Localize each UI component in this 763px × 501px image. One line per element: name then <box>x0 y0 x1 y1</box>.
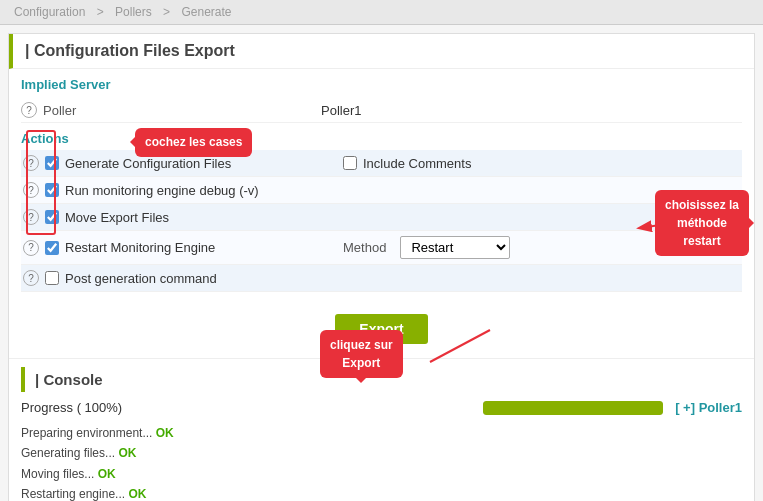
restart-checkbox[interactable] <box>45 241 59 255</box>
log-ok-3: OK <box>98 467 116 481</box>
implied-server-section: Implied Server ? Poller Poller1 Actions … <box>9 69 754 300</box>
move-export-checkbox[interactable] <box>45 210 59 224</box>
gen-config-help-icon[interactable]: ? <box>23 155 39 171</box>
console-logs: Preparing environment... OK Generating f… <box>21 423 742 501</box>
log-text-3: Moving files... <box>21 467 98 481</box>
action-row-restart: ? Restart Monitoring Engine Method Resta… <box>21 231 742 265</box>
method-label: Method <box>343 240 386 255</box>
log-ok-4: OK <box>128 487 146 501</box>
action-left-restart: ? Restart Monitoring Engine <box>23 240 343 256</box>
action-left-post-gen: ? Post generation command <box>23 270 343 286</box>
progress-bar-fill <box>483 401 663 415</box>
log-row-2: Generating files... OK <box>21 443 742 463</box>
page-title: | Configuration Files Export <box>9 34 754 69</box>
restart-label: Restart Monitoring Engine <box>65 240 215 255</box>
breadcrumb-config[interactable]: Configuration <box>14 5 85 19</box>
poller-link[interactable]: [ +] Poller1 <box>675 400 742 415</box>
log-row-3: Moving files... OK <box>21 464 742 484</box>
action-right-restart: Method Restart Reload None <box>343 236 510 259</box>
post-gen-help-icon[interactable]: ? <box>23 270 39 286</box>
export-section: Export <box>9 300 754 358</box>
log-ok-1: OK <box>156 426 174 440</box>
poller-label: Poller <box>43 103 76 118</box>
console-section: | Console Progress ( 100%) [ +] Poller1 … <box>9 358 754 501</box>
progress-label: Progress ( 100%) <box>21 400 122 415</box>
action-left-gen-config: ? Generate Configuration Files <box>23 155 343 171</box>
poller-value: Poller1 <box>321 103 361 118</box>
page-wrapper: Configuration > Pollers > Generate | Con… <box>0 0 763 501</box>
breadcrumb-sep1: > <box>97 5 107 19</box>
action-left-run-debug: ? Run monitoring engine debug (-v) <box>23 182 343 198</box>
progress-row: Progress ( 100%) [ +] Poller1 <box>21 400 742 415</box>
actions-label: Actions <box>21 131 742 146</box>
include-comments-area: Include Comments <box>343 156 471 171</box>
breadcrumb-generate: Generate <box>181 5 231 19</box>
export-button[interactable]: Export <box>335 314 427 344</box>
action-row-run-debug: ? Run monitoring engine debug (-v) <box>21 177 742 204</box>
gen-config-label: Generate Configuration Files <box>65 156 231 171</box>
gen-config-checkbox[interactable] <box>45 156 59 170</box>
method-select[interactable]: Restart Reload None <box>400 236 510 259</box>
action-row-move-export: ? Move Export Files <box>21 204 742 231</box>
poller-help-icon[interactable]: ? <box>21 102 37 118</box>
move-export-label: Move Export Files <box>65 210 169 225</box>
run-debug-help-icon[interactable]: ? <box>23 182 39 198</box>
breadcrumb: Configuration > Pollers > Generate <box>0 0 763 25</box>
include-comments-label: Include Comments <box>363 156 471 171</box>
poller-label-col: ? Poller <box>21 102 321 118</box>
include-comments-checkbox[interactable] <box>343 156 357 170</box>
restart-help-icon[interactable]: ? <box>23 240 39 256</box>
breadcrumb-sep2: > <box>163 5 173 19</box>
log-row-1: Preparing environment... OK <box>21 423 742 443</box>
log-text-1: Preparing environment... <box>21 426 156 440</box>
run-debug-label: Run monitoring engine debug (-v) <box>65 183 259 198</box>
console-title: | Console <box>21 367 742 392</box>
run-debug-checkbox[interactable] <box>45 183 59 197</box>
action-right-gen-config: Include Comments <box>343 156 471 171</box>
action-row-post-gen: ? Post generation command <box>21 265 742 292</box>
action-left-move-export: ? Move Export Files <box>23 209 343 225</box>
implied-server-label: Implied Server <box>21 77 742 92</box>
move-export-help-icon[interactable]: ? <box>23 209 39 225</box>
main-content: | Configuration Files Export Implied Ser… <box>8 33 755 501</box>
breadcrumb-pollers[interactable]: Pollers <box>115 5 152 19</box>
poller-row: ? Poller Poller1 <box>21 98 742 123</box>
progress-bar-container <box>483 401 663 415</box>
action-row-gen-config: ? Generate Configuration Files Include C… <box>21 150 742 177</box>
post-gen-checkbox[interactable] <box>45 271 59 285</box>
log-text-2: Generating files... <box>21 446 118 460</box>
post-gen-label: Post generation command <box>65 271 217 286</box>
actions-list: ? Generate Configuration Files Include C… <box>21 150 742 292</box>
log-ok-2: OK <box>118 446 136 460</box>
log-text-4: Restarting engine... <box>21 487 128 501</box>
log-row-4: Restarting engine... OK <box>21 484 742 501</box>
